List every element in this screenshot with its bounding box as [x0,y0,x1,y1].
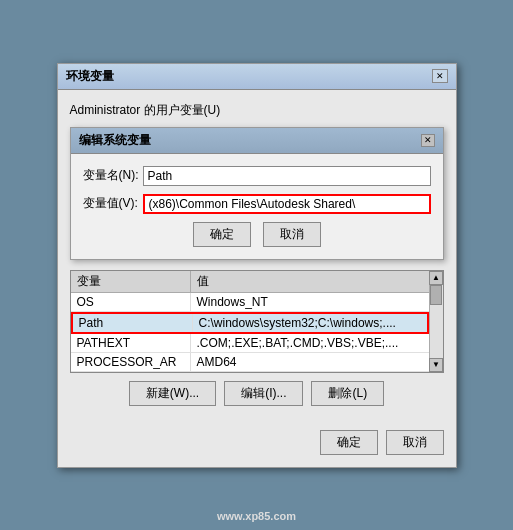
delete-btn[interactable]: 删除(L) [311,381,384,406]
outer-title-bar: 环境变量 ✕ [58,64,456,90]
outer-title: 环境变量 [66,68,114,85]
inner-content: 变量名(N): 变量值(V): 确定 取消 [71,154,443,259]
row-value: AMD64 [191,353,429,371]
var-name-row: 变量名(N): [83,166,431,186]
table-action-buttons: 新建(W)... 编辑(I)... 删除(L) [70,381,444,406]
user-vars-label: Administrator 的用户变量(U) [70,102,444,119]
var-name-input[interactable] [143,166,431,186]
watermark: www.xp85.com [217,510,296,522]
scroll-up-btn[interactable]: ▲ [429,271,443,285]
inner-cancel-btn[interactable]: 取消 [263,222,321,247]
inner-confirm-btn[interactable]: 确定 [193,222,251,247]
inner-close-btn[interactable]: ✕ [421,134,435,147]
table-header: 变量 值 [71,271,429,293]
var-value-label: 变量值(V): [83,195,143,212]
row-name: Path [73,314,193,332]
table-row[interactable]: PATHEXT .COM;.EXE;.BAT;.CMD;.VBS;.VBE;..… [71,334,429,353]
table-body: OS Windows_NT Path C:\windows\system32;C… [71,293,429,372]
inner-dialog-buttons: 确定 取消 [83,222,431,247]
new-btn[interactable]: 新建(W)... [129,381,216,406]
table-with-scroll: 变量 值 OS Windows_NT Path C:\windows\syste… [71,271,443,372]
table-scrollbar[interactable]: ▲ ▼ [429,271,443,372]
env-table: 变量 值 OS Windows_NT Path C:\windows\syste… [70,270,444,373]
outer-confirm-btn[interactable]: 确定 [320,430,378,455]
var-value-row: 变量值(V): [83,194,431,214]
row-name: PATHEXT [71,334,191,352]
table-row[interactable]: OS Windows_NT [71,293,429,312]
var-name-label: 变量名(N): [83,167,143,184]
outer-close-btn[interactable]: ✕ [432,69,448,83]
row-name: OS [71,293,191,311]
header-name: 变量 [71,271,191,292]
table-row-path[interactable]: Path C:\windows\system32;C:\windows;.... [71,312,429,334]
table-row[interactable]: PROCESSOR_AR AMD64 [71,353,429,372]
inner-dialog: 编辑系统变量 ✕ 变量名(N): 变量值(V): 确定 取消 [70,127,444,260]
inner-title: 编辑系统变量 [79,132,151,149]
outer-title-controls: ✕ [432,69,448,83]
row-value: .COM;.EXE;.BAT;.CMD;.VBS;.VBE;.... [191,334,429,352]
outer-bottom-buttons: 确定 取消 [58,426,456,467]
outer-content: Administrator 的用户变量(U) 编辑系统变量 ✕ 变量名(N): … [58,90,456,426]
row-name: PROCESSOR_AR [71,353,191,371]
var-value-input[interactable] [143,194,431,214]
outer-window: 环境变量 ✕ Administrator 的用户变量(U) 编辑系统变量 ✕ 变… [57,63,457,468]
header-value: 值 [191,271,429,292]
scroll-down-btn[interactable]: ▼ [429,358,443,372]
table-main: 变量 值 OS Windows_NT Path C:\windows\syste… [71,271,429,372]
outer-cancel-btn[interactable]: 取消 [386,430,444,455]
row-value: C:\windows\system32;C:\windows;.... [193,314,427,332]
inner-title-bar: 编辑系统变量 ✕ [71,128,443,154]
edit-btn[interactable]: 编辑(I)... [224,381,303,406]
row-value: Windows_NT [191,293,429,311]
scroll-thumb[interactable] [430,285,442,305]
scroll-track[interactable] [430,285,443,358]
